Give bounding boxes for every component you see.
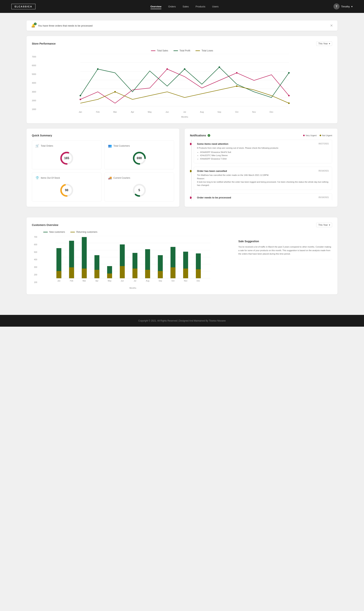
x-tick-nov: Nov bbox=[252, 111, 256, 113]
notifications-card: Notifications 4 Very Urgent Not Urgent bbox=[185, 129, 338, 207]
x-tick-nov: Nov bbox=[184, 280, 187, 282]
quick-summary-title: Quick Summary bbox=[32, 134, 52, 137]
nav-item-products[interactable]: Products bbox=[196, 5, 205, 8]
donut-couriers-wrap: 5 bbox=[108, 183, 170, 198]
customers-legend: New customers Returning customers bbox=[43, 231, 332, 233]
x-tick-apr: Apr bbox=[95, 280, 98, 282]
legend-total-profit: Total Profit bbox=[173, 49, 190, 52]
notifications-title-row: Notifications 4 bbox=[190, 134, 210, 137]
donut-customers-value: 698 bbox=[132, 151, 147, 166]
store-performance-legend: Total Sales Total Profit Total Loses bbox=[32, 49, 332, 52]
donut-stock: 98 bbox=[59, 183, 74, 198]
entry-1-date: 06/27/2021 bbox=[318, 143, 329, 145]
nav-item-overview[interactable]: Overview bbox=[151, 5, 162, 8]
year-select-label: This Year bbox=[318, 42, 328, 45]
y-tick-6000: 6000 bbox=[32, 65, 36, 66]
bell-icon: 🔔 3 bbox=[31, 24, 35, 28]
profit-dot bbox=[80, 95, 81, 96]
bar-chart-area: 700 600 500 400 300 200 100 bbox=[32, 236, 227, 289]
profit-dot bbox=[97, 68, 99, 70]
y-tick-700: 700 bbox=[34, 236, 37, 238]
x-tick-dec: Dec bbox=[270, 111, 273, 113]
nav-item-sales[interactable]: Sales bbox=[182, 5, 189, 8]
y-tick-2000: 2000 bbox=[32, 100, 36, 102]
sales-dot bbox=[236, 72, 237, 74]
loses-dot bbox=[236, 85, 237, 87]
quick-summary-header: Quick Summary bbox=[32, 134, 174, 137]
store-performance-year-select[interactable]: This Year ▾ bbox=[316, 41, 332, 46]
x-tick-sep: Sep bbox=[158, 280, 162, 282]
customers-layout: 700 600 500 400 300 200 100 bbox=[32, 236, 332, 289]
entry-3-title: Order needs to be processed bbox=[197, 196, 231, 199]
notifications-timeline: Some items need attention 06/27/2021 8 P… bbox=[190, 140, 332, 200]
bar-oct-ret bbox=[170, 267, 175, 278]
notifications-legend: Very Urgent Not Urgent bbox=[303, 134, 332, 137]
alert-close-button[interactable]: ✕ bbox=[330, 24, 333, 28]
donut-customers: 698 bbox=[132, 151, 147, 166]
nav-item-users[interactable]: Users bbox=[212, 5, 219, 8]
bar-aug-ret bbox=[145, 270, 150, 278]
entry-3-dot bbox=[190, 197, 192, 199]
entry-2-title: Order has been cancelled bbox=[197, 170, 227, 173]
not-urgent-label: Not Urgent bbox=[322, 134, 332, 137]
page-content: 🔔 3 You have three orders that needs to … bbox=[15, 13, 349, 307]
legend-label-new: New customers bbox=[49, 231, 65, 233]
alert-content: 🔔 3 You have three orders that needs to … bbox=[31, 24, 92, 28]
notifications-header: Notifications 4 Very Urgent Not Urgent bbox=[190, 134, 332, 137]
bar-apr-ret bbox=[94, 270, 99, 278]
chevron-down-icon: ▾ bbox=[329, 42, 330, 45]
profit-dot bbox=[288, 72, 290, 74]
x-tick-feb: Feb bbox=[70, 280, 73, 282]
alert-text: You have three orders that needs to be p… bbox=[38, 24, 92, 27]
footer: Copyright © 2021. All Rights Reserved | … bbox=[0, 315, 364, 327]
chevron-down-icon: ▾ bbox=[351, 5, 353, 8]
x-tick-oct: Oct bbox=[171, 280, 174, 282]
y-tick-7000: 7000 bbox=[32, 56, 36, 58]
y-tick-3000: 3000 bbox=[32, 91, 36, 93]
user-name: Timothy bbox=[341, 5, 350, 8]
y-tick-1000: 1000 bbox=[32, 108, 36, 110]
loses-dot bbox=[114, 91, 116, 93]
user-menu[interactable]: T Timothy ▾ bbox=[334, 3, 353, 10]
customers-overview-header: Customers Overview This Year ▾ bbox=[32, 223, 332, 227]
summary-orders-text: Total Orders bbox=[41, 145, 53, 147]
customers-bar-chart: Jan Feb Mar Apr May Jun Jul Aug Sep Oct … bbox=[39, 236, 227, 285]
x-tick-sep: Sep bbox=[218, 111, 221, 113]
legend-dot-loses bbox=[195, 51, 200, 51]
entry-2-header: Order has been cancelled 05/18/2021 bbox=[197, 170, 329, 173]
sales-dot bbox=[167, 68, 168, 70]
notification-entry-1: Some items need attention 06/27/2021 8 P… bbox=[194, 140, 332, 163]
donut-couriers-value: 5 bbox=[132, 183, 147, 198]
nav-links: Overview Orders Sales Products Users bbox=[151, 5, 219, 8]
store-chart-svg-container: Jan Feb Mar Apr May Jun Jul Aug Sep Oct … bbox=[37, 54, 332, 118]
cart-icon: 🛒 bbox=[36, 144, 39, 147]
donut-stock-wrap: 98 bbox=[36, 183, 98, 198]
x-tick-oct: Oct bbox=[235, 111, 238, 113]
customers-overview-title: Customers Overview bbox=[32, 224, 58, 226]
x-tick-jul: Jul bbox=[134, 280, 136, 282]
shirt-icon: 👕 bbox=[36, 176, 39, 180]
sale-suggestion-body: You've received a lot of traffic in Marc… bbox=[238, 245, 332, 256]
y-tick-600: 600 bbox=[34, 244, 37, 246]
x-tick-dec: Dec bbox=[197, 280, 200, 282]
sales-line bbox=[80, 69, 289, 103]
bar-sep-ret bbox=[158, 271, 163, 278]
y-tick-300: 300 bbox=[34, 266, 37, 268]
legend-label-profit: Total Profit bbox=[180, 49, 190, 52]
entry-2-date: 05/18/2021 bbox=[318, 170, 329, 173]
entry-2-body: Tim Matthew has cancelled the order made… bbox=[197, 173, 329, 187]
x-tick-jun: Jun bbox=[166, 111, 169, 113]
sale-suggestion-title: Sale Suggestion bbox=[238, 240, 332, 243]
notifications-badge: 4 bbox=[208, 134, 210, 137]
alert-bar: 🔔 3 You have three orders that needs to … bbox=[26, 20, 338, 31]
nav-item-orders[interactable]: Orders bbox=[168, 5, 176, 8]
entry-3-date: 05/18/2021 bbox=[318, 196, 329, 199]
summary-couriers-label: 🚚 Current Couriers bbox=[108, 176, 130, 180]
store-performance-card: Store Performance This Year ▾ Total Sale… bbox=[26, 36, 338, 123]
bar-chart-wrap: 700 600 500 400 300 200 100 bbox=[32, 236, 227, 289]
profit-dot bbox=[219, 66, 220, 68]
bar-feb-ret bbox=[69, 267, 74, 278]
legend-total-sales: Total Sales bbox=[151, 49, 168, 52]
entry-1-list: #43s663FF Elcassica SlimFit Suit #24s323… bbox=[200, 151, 329, 161]
customers-year-select[interactable]: This Year ▾ bbox=[316, 223, 332, 227]
